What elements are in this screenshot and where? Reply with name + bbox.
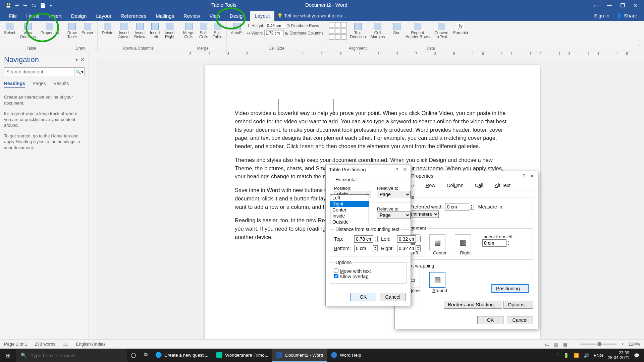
spin-down-icon[interactable]: ▼ — [373, 248, 377, 251]
preferred-width-input[interactable] — [445, 203, 469, 210]
page-status[interactable]: Page 1 of 1 — [4, 342, 27, 347]
v-relative-select[interactable]: Page — [377, 212, 411, 219]
distribute-columns-button[interactable]: ⊞ Distribute Columns — [285, 31, 324, 36]
tab-design[interactable]: Design — [66, 11, 92, 21]
horizontal-ruler[interactable]: 5 4 3 2 1 1 2 3 4 5 6 7 8 9 10 11 12 13 … — [89, 52, 644, 59]
tab-review[interactable]: Review — [179, 11, 205, 21]
spin-down-icon[interactable]: ▼ — [373, 239, 377, 242]
align-center-option[interactable]: ▦ — [429, 234, 445, 250]
tab-home[interactable]: Home — [21, 11, 44, 21]
new-icon[interactable]: 📄 — [40, 3, 46, 8]
inserted-table[interactable] — [278, 99, 361, 115]
cell-margins-button[interactable]: Cell Margins — [369, 22, 386, 40]
tab-alt-text[interactable]: Alt Text — [490, 181, 516, 190]
insert-left-button[interactable]: Insert Left — [149, 22, 161, 40]
allow-overlap-check[interactable]: Allow overlap — [334, 274, 368, 279]
select-button[interactable]: Select — [3, 22, 16, 36]
spin-up-icon[interactable]: ▲ — [506, 240, 511, 243]
print-layout-icon[interactable]: ▥ — [554, 342, 558, 347]
indent-input[interactable] — [482, 239, 506, 247]
redo-icon[interactable]: ↪ — [23, 3, 27, 8]
bottom-input[interactable] — [354, 245, 373, 252]
zoom-slider[interactable] — [580, 344, 616, 345]
zoom-level[interactable]: 124% — [628, 342, 640, 347]
text-direction-button[interactable]: Text Direction — [348, 22, 367, 40]
width-input[interactable] — [264, 30, 284, 36]
tab-references[interactable]: References — [116, 11, 151, 21]
spin-down-icon[interactable]: ▼ — [469, 207, 474, 209]
read-mode-icon[interactable]: ▭ — [545, 342, 549, 347]
tab-file[interactable]: File — [4, 11, 21, 21]
cancel-button[interactable]: Cancel — [380, 293, 406, 301]
nav-tab-results[interactable]: Results — [53, 81, 69, 88]
vertical-ruler[interactable] — [89, 59, 97, 339]
distribute-rows-button[interactable]: ⊞ Distribute Rows — [286, 23, 319, 28]
repeat-header-button[interactable]: Repeat Header Rows — [404, 22, 431, 40]
help-icon[interactable]: ? — [395, 167, 398, 172]
tab-table-layout[interactable]: Layout — [250, 11, 274, 21]
spin-up-icon[interactable]: ▲ — [416, 246, 420, 248]
spin-down-icon[interactable]: ▼ — [416, 239, 420, 242]
undo-icon[interactable]: ↩ — [15, 3, 19, 8]
dropdown-option[interactable]: Outside — [330, 219, 369, 225]
nav-search-button[interactable]: 🔍▾ — [74, 67, 85, 76]
tell-me-input[interactable]: 💡 Tell me what you want to do... — [277, 13, 346, 18]
nav-dropdown-icon[interactable]: ▾ — [75, 57, 78, 62]
spin-up-icon[interactable]: ▲ — [373, 236, 377, 239]
zoom-out-icon[interactable]: − — [572, 342, 575, 347]
properties-button[interactable]: Properties — [39, 22, 60, 36]
tray-battery-icon[interactable]: 🔋 — [564, 353, 569, 358]
formula-button[interactable]: fxFormula — [452, 22, 469, 36]
align-right-option[interactable]: ▥ — [455, 234, 471, 250]
taskbar-search-input[interactable] — [31, 353, 122, 358]
taskbar-search[interactable]: 🔍 — [16, 349, 127, 362]
wrap-around-option[interactable]: ▦ — [429, 272, 445, 288]
ribbon-display-icon[interactable]: ▭ — [594, 2, 599, 9]
tray-notifications-icon[interactable]: 💬 — [634, 353, 639, 358]
nav-tab-pages[interactable]: Pages — [33, 81, 46, 88]
body-text[interactable]: Video provides a powerful way to help yo… — [235, 109, 510, 150]
close-icon[interactable]: ✕ — [633, 2, 637, 9]
split-table-button[interactable]: Split Table — [212, 22, 224, 40]
alignment-grid[interactable] — [329, 22, 346, 40]
spin-up-icon[interactable]: ▲ — [373, 246, 377, 248]
tray-language[interactable]: ENG — [594, 353, 603, 358]
tab-view[interactable]: View — [205, 11, 225, 21]
start-button[interactable]: ⊞ — [0, 352, 16, 359]
word-count[interactable]: 238 words — [35, 342, 55, 347]
view-gridlines-button[interactable]: View Gridlines — [18, 22, 37, 40]
tab-insert[interactable]: Insert — [44, 11, 66, 21]
collapse-ribbon-icon[interactable]: ˆ — [639, 45, 641, 50]
spin-up-icon[interactable]: ▲ — [469, 204, 474, 207]
tray-chevron-icon[interactable]: ˄ — [556, 353, 559, 358]
insert-above-button[interactable]: Insert Above — [117, 22, 131, 40]
tab-layout[interactable]: Layout — [91, 11, 116, 21]
position-dropdown-list[interactable]: Left Right Center Inside Outside — [330, 194, 369, 225]
right-input[interactable] — [397, 245, 416, 252]
borders-shading-button[interactable]: Borders and Shading... — [444, 301, 502, 309]
sort-button[interactable]: Sort — [392, 22, 402, 36]
dropdown-option[interactable]: Center — [330, 207, 369, 213]
sign-in-link[interactable]: Sign in — [594, 13, 609, 19]
options-button[interactable]: Options... — [503, 301, 533, 309]
height-input[interactable] — [266, 23, 285, 29]
taskbar-help[interactable]: Word Help — [327, 349, 365, 362]
tab-row[interactable]: Row — [421, 181, 440, 190]
cortana-icon[interactable]: ◯ — [127, 349, 140, 362]
task-view-icon[interactable]: ⧉ — [140, 349, 152, 362]
ok-button[interactable]: OK — [477, 316, 503, 324]
dropdown-option[interactable]: Left — [330, 195, 369, 201]
delete-button[interactable]: Delete — [100, 22, 115, 36]
draw-table-button[interactable]: Draw Table — [66, 22, 78, 40]
maximize-icon[interactable]: ❐ — [620, 2, 625, 9]
eraser-button[interactable]: Eraser — [80, 22, 95, 36]
nav-close-icon[interactable]: ✕ — [80, 57, 85, 62]
taskbar-filmora[interactable]: Wondershare Filmo... — [212, 349, 272, 362]
spin-down-icon[interactable]: ▼ — [506, 243, 511, 246]
nav-tab-headings[interactable]: Headings — [4, 81, 25, 88]
tray-wifi-icon[interactable]: 📶 — [574, 353, 579, 358]
tab-column[interactable]: Column — [442, 181, 469, 190]
save-icon[interactable]: 💾 — [5, 3, 11, 8]
move-with-text-check[interactable]: Move with text — [334, 268, 371, 274]
close-icon[interactable]: ✕ — [530, 173, 534, 179]
